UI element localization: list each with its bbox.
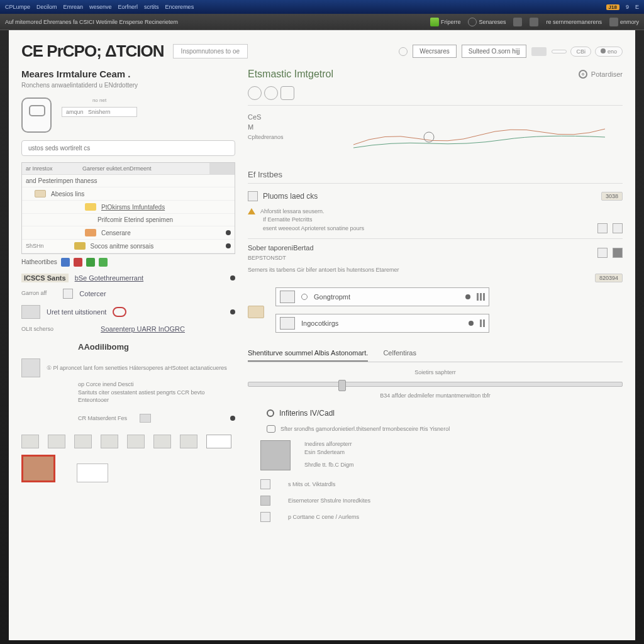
tab[interactable]: Shentiturve soummel Albis Astonomart.: [248, 345, 368, 362]
camera-icon: [21, 97, 52, 133]
description: Serners its tarbens Gir bifer antoert bi…: [248, 266, 623, 274]
subbar-action[interactable]: Senareses: [468, 18, 506, 26]
thumb-detail: Inedires alforepterr Esin Snderteam Shrd…: [248, 440, 623, 470]
subbar-action[interactable]: Friperre: [430, 18, 461, 26]
topbar-item[interactable]: CPLumpe: [5, 4, 30, 10]
topbar-item[interactable]: Decilom: [36, 4, 57, 10]
decoration: [248, 86, 623, 100]
text-line: Inedires alforepterr: [304, 440, 354, 448]
badge-icon[interactable]: [74, 258, 82, 267]
gear-icon[interactable]: [579, 70, 587, 79]
list-item[interactable]: s Mits ot. Viktatrdls: [248, 479, 623, 489]
topbar-item[interactable]: scrtits: [144, 4, 159, 10]
item-icon: [260, 479, 270, 489]
text-line: op Corce inend Descti: [78, 380, 235, 389]
list-row[interactable]: Censerare: [22, 226, 235, 240]
sparkline-chart: [336, 113, 623, 164]
tab[interactable]: Celfentiras: [383, 345, 416, 362]
list-row[interactable]: Abesios lins: [22, 187, 235, 201]
left-subtitle: Ronchens anwaelintatiderd u ENdrdottery: [21, 82, 235, 89]
topbar-item[interactable]: Emrean: [64, 4, 84, 10]
subheading: AAodilibomg: [78, 342, 235, 352]
toggle-icon[interactable]: [399, 47, 408, 56]
count-badge: 820394: [595, 274, 623, 282]
header-tab[interactable]: Inspomnutones to oe: [173, 44, 248, 58]
status-dot-icon: [230, 309, 235, 314]
col-header: Garerser euktet.enDrmeent: [79, 163, 209, 174]
header-button-1[interactable]: Wecrsares: [413, 45, 457, 58]
list-row[interactable]: Prifcomir Eterind spenimen: [22, 214, 235, 226]
thumb-icon[interactable]: [180, 435, 197, 448]
pill-group: CBi eno: [552, 47, 623, 57]
list-row[interactable]: ShSHnSocos anitme sonrsais: [22, 240, 235, 253]
topbar-item[interactable]: Eorfnerl: [118, 4, 138, 10]
action-icon[interactable]: [613, 248, 623, 258]
search-input[interactable]: [21, 140, 235, 156]
status-dot-icon: [226, 230, 231, 235]
header-button-2[interactable]: Sulteed O.sorn hijj: [462, 45, 527, 58]
list-item[interactable]: Eisernetorer Shstulre Inoredkites: [248, 496, 623, 506]
subbar-action[interactable]: [530, 18, 538, 26]
breadcrumb-bar: Auf mitemored Ehrerranes fa CSICI Wetimi…: [0, 14, 644, 30]
app-logo: CE PrCPO; ΔTCION: [21, 42, 164, 61]
thumb-icon[interactable]: [153, 435, 171, 448]
topbar-status: 9: [626, 4, 629, 10]
box-icon: [530, 18, 538, 26]
option-row[interactable]: Ingocotkirgs: [275, 314, 489, 333]
category-label: CeS: [248, 113, 323, 121]
thumb-icon[interactable]: [77, 464, 108, 482]
list-row[interactable]: and Pesterimpen thaness: [22, 175, 235, 187]
tab-strip: Shentiturve soummel Albis Astonomart. Ce…: [248, 345, 623, 362]
category-label: M: [248, 123, 323, 131]
list-item[interactable]: p Corttane C cene / Aurlems: [248, 512, 623, 522]
badge-icon[interactable]: [99, 258, 108, 267]
thumb-icon[interactable]: [21, 435, 39, 448]
topbar-item[interactable]: Enceremes: [165, 4, 194, 10]
link-row[interactable]: ICSCS SantsbSe Gotethreumerrant: [21, 270, 235, 286]
action-icon[interactable]: [597, 248, 608, 258]
thumb-icon[interactable]: [74, 435, 92, 448]
pill[interactable]: [552, 50, 567, 53]
badge-icon[interactable]: [61, 258, 70, 267]
camera-value-input[interactable]: [62, 107, 137, 117]
large-thumbnail[interactable]: [260, 440, 291, 470]
speech-icon: [267, 425, 275, 433]
link-row[interactable]: Uret tent uitstionent: [21, 302, 235, 322]
left-title: Meares Irmtalure Ceam .: [21, 69, 235, 79]
item-icon: [260, 512, 270, 522]
swatch-icon: [248, 306, 264, 318]
subbar-action[interactable]: re sernmeremanerens: [546, 19, 602, 25]
pill[interactable]: eno: [595, 47, 623, 57]
slider[interactable]: [248, 382, 623, 387]
subbar-action[interactable]: enmory: [609, 18, 639, 26]
option-icon: [280, 317, 295, 330]
action-icon[interactable]: [613, 223, 623, 233]
stack-icon: [609, 18, 618, 26]
list-row[interactable]: PtOkirsms Imfuntafeds: [22, 201, 235, 214]
thumb-icon[interactable]: [206, 435, 231, 448]
topbar-item[interactable]: wesenve: [89, 4, 112, 10]
text-row[interactable]: CR Matserdent Fes: [21, 411, 235, 426]
right-title: Etsmastic Imtgetrol: [248, 69, 333, 80]
option-row[interactable]: Gongtropmt: [275, 287, 489, 306]
radio-icon[interactable]: [301, 294, 308, 300]
thumb-icon[interactable]: [48, 435, 65, 448]
puzzle-icon: [430, 18, 439, 26]
action-icon[interactable]: [597, 223, 608, 233]
link-row[interactable]: OLIt schersoSoarenterp UARR InOGRC: [21, 322, 235, 336]
comment-row: Sfter srondhs gamordonietierl.thitsenenf…: [248, 425, 623, 433]
image-chip-icon: [248, 191, 258, 201]
badge-icon[interactable]: [86, 258, 95, 267]
pill[interactable]: CBi: [570, 47, 591, 57]
svg-point-0: [424, 132, 434, 142]
settings-link[interactable]: Potardiser: [591, 70, 623, 78]
highlighted-thumb[interactable]: [21, 455, 55, 482]
thumb-icon[interactable]: [127, 435, 145, 448]
thumb-icon[interactable]: [101, 435, 118, 448]
subbar-action[interactable]: [513, 18, 522, 26]
thumbnail-icon: [21, 358, 40, 377]
link-row[interactable]: Garron affCotercer: [21, 286, 235, 302]
field-label: no net: [62, 97, 137, 103]
data-row[interactable]: Pluoms laed cks 3038: [248, 191, 623, 201]
notification-badge[interactable]: J18: [606, 4, 619, 10]
